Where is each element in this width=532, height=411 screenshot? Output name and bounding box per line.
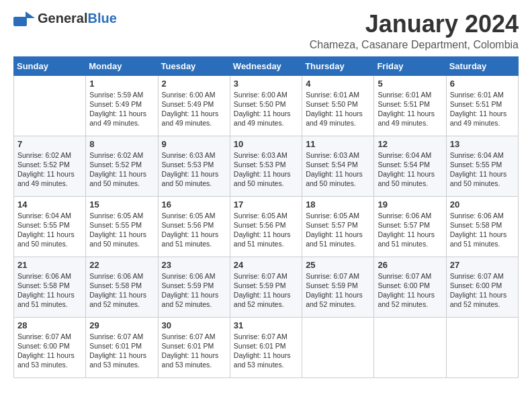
day-info: Sunrise: 6:01 AMSunset: 5:51 PMDaylight:… — [378, 90, 442, 128]
svg-rect-0 — [13, 17, 27, 26]
day-number: 21 — [17, 260, 82, 270]
day-info: Sunrise: 6:04 AMSunset: 5:55 PMDaylight:… — [17, 211, 82, 249]
calendar-cell — [14, 75, 86, 136]
day-info: Sunrise: 6:07 AMSunset: 5:59 PMDaylight:… — [306, 271, 370, 310]
day-number: 7 — [17, 139, 82, 149]
day-number: 3 — [234, 79, 298, 89]
day-number: 6 — [450, 79, 515, 89]
calendar-cell: 14Sunrise: 6:04 AMSunset: 5:55 PMDayligh… — [14, 196, 86, 257]
day-info: Sunrise: 6:03 AMSunset: 5:53 PMDaylight:… — [234, 150, 298, 189]
day-number: 24 — [234, 260, 298, 270]
day-number: 29 — [89, 320, 154, 330]
day-info: Sunrise: 6:04 AMSunset: 5:55 PMDaylight:… — [450, 150, 515, 189]
location-title: Chameza, Casanare Department, Colombia — [310, 39, 519, 51]
calendar-cell: 10Sunrise: 6:03 AMSunset: 5:53 PMDayligh… — [230, 136, 302, 196]
day-number: 20 — [450, 199, 515, 210]
calendar-cell — [374, 317, 446, 377]
logo-icon — [13, 11, 35, 26]
day-info: Sunrise: 6:07 AMSunset: 6:00 PMDaylight:… — [450, 271, 515, 310]
day-number: 26 — [378, 260, 442, 270]
day-number: 15 — [89, 199, 154, 210]
day-number: 23 — [162, 260, 226, 270]
day-number: 27 — [450, 260, 515, 270]
day-number: 13 — [450, 139, 515, 149]
calendar-cell: 7Sunrise: 6:02 AMSunset: 5:52 PMDaylight… — [14, 136, 86, 196]
calendar-cell — [446, 317, 518, 377]
day-number: 28 — [17, 320, 82, 330]
day-info: Sunrise: 6:02 AMSunset: 5:52 PMDaylight:… — [89, 150, 154, 189]
calendar-cell: 27Sunrise: 6:07 AMSunset: 6:00 PMDayligh… — [446, 257, 518, 317]
calendar-cell: 19Sunrise: 6:06 AMSunset: 5:57 PMDayligh… — [374, 196, 446, 257]
day-info: Sunrise: 6:06 AMSunset: 5:57 PMDaylight:… — [378, 211, 442, 249]
day-number: 9 — [162, 139, 226, 149]
calendar-cell: 15Sunrise: 6:05 AMSunset: 5:55 PMDayligh… — [86, 196, 158, 257]
day-number: 19 — [378, 199, 442, 210]
calendar-cell: 4Sunrise: 6:01 AMSunset: 5:50 PMDaylight… — [302, 75, 374, 136]
calendar-cell: 25Sunrise: 6:07 AMSunset: 5:59 PMDayligh… — [302, 257, 374, 317]
column-header-saturday: Saturday — [446, 56, 518, 75]
day-number: 11 — [306, 139, 370, 149]
day-info: Sunrise: 6:04 AMSunset: 5:54 PMDaylight:… — [378, 150, 442, 189]
logo: GeneralBlue — [13, 11, 117, 26]
calendar-cell: 3Sunrise: 6:00 AMSunset: 5:50 PMDaylight… — [230, 75, 302, 136]
day-info: Sunrise: 6:01 AMSunset: 5:51 PMDaylight:… — [450, 90, 515, 128]
column-header-friday: Friday — [374, 56, 446, 75]
calendar-cell: 22Sunrise: 6:06 AMSunset: 5:58 PMDayligh… — [86, 257, 158, 317]
column-header-tuesday: Tuesday — [158, 56, 230, 75]
title-section: January 2024 Chameza, Casanare Departmen… — [310, 11, 519, 51]
calendar-cell: 17Sunrise: 6:05 AMSunset: 5:56 PMDayligh… — [230, 196, 302, 257]
day-number: 18 — [306, 199, 370, 210]
day-number: 31 — [234, 320, 298, 330]
day-info: Sunrise: 6:07 AMSunset: 6:00 PMDaylight:… — [378, 271, 442, 310]
day-number: 2 — [162, 79, 226, 89]
day-info: Sunrise: 6:07 AMSunset: 5:59 PMDaylight:… — [234, 271, 298, 310]
day-number: 12 — [378, 139, 442, 149]
calendar-cell: 18Sunrise: 6:05 AMSunset: 5:57 PMDayligh… — [302, 196, 374, 257]
day-number: 1 — [89, 79, 154, 89]
day-info: Sunrise: 6:07 AMSunset: 6:01 PMDaylight:… — [162, 332, 226, 370]
calendar-cell: 28Sunrise: 6:07 AMSunset: 6:00 PMDayligh… — [14, 317, 86, 377]
calendar-cell: 31Sunrise: 6:07 AMSunset: 6:01 PMDayligh… — [230, 317, 302, 377]
calendar-cell: 30Sunrise: 6:07 AMSunset: 6:01 PMDayligh… — [158, 317, 230, 377]
day-info: Sunrise: 6:03 AMSunset: 5:54 PMDaylight:… — [306, 150, 370, 189]
day-info: Sunrise: 6:06 AMSunset: 5:58 PMDaylight:… — [89, 271, 154, 310]
day-number: 5 — [378, 79, 442, 89]
svg-marker-1 — [26, 11, 35, 18]
calendar-cell: 24Sunrise: 6:07 AMSunset: 5:59 PMDayligh… — [230, 257, 302, 317]
calendar-cell — [302, 317, 374, 377]
calendar-cell: 6Sunrise: 6:01 AMSunset: 5:51 PMDaylight… — [446, 75, 518, 136]
calendar-cell: 11Sunrise: 6:03 AMSunset: 5:54 PMDayligh… — [302, 136, 374, 196]
day-number: 14 — [17, 199, 82, 210]
month-title: January 2024 — [310, 11, 519, 38]
day-number: 4 — [306, 79, 370, 89]
calendar-cell: 1Sunrise: 5:59 AMSunset: 5:49 PMDaylight… — [86, 75, 158, 136]
day-info: Sunrise: 6:06 AMSunset: 5:58 PMDaylight:… — [450, 211, 515, 249]
day-info: Sunrise: 6:05 AMSunset: 5:56 PMDaylight:… — [234, 211, 298, 249]
column-header-sunday: Sunday — [14, 56, 86, 75]
day-info: Sunrise: 6:01 AMSunset: 5:50 PMDaylight:… — [306, 90, 370, 128]
calendar-cell: 5Sunrise: 6:01 AMSunset: 5:51 PMDaylight… — [374, 75, 446, 136]
day-info: Sunrise: 6:07 AMSunset: 6:01 PMDaylight:… — [89, 332, 154, 370]
day-number: 16 — [162, 199, 226, 210]
calendar-cell: 20Sunrise: 6:06 AMSunset: 5:58 PMDayligh… — [446, 196, 518, 257]
day-info: Sunrise: 6:06 AMSunset: 5:59 PMDaylight:… — [162, 271, 226, 310]
day-info: Sunrise: 6:05 AMSunset: 5:55 PMDaylight:… — [89, 211, 154, 249]
day-info: Sunrise: 5:59 AMSunset: 5:49 PMDaylight:… — [89, 90, 154, 128]
day-info: Sunrise: 6:00 AMSunset: 5:50 PMDaylight:… — [234, 90, 298, 128]
calendar-cell: 23Sunrise: 6:06 AMSunset: 5:59 PMDayligh… — [158, 257, 230, 317]
day-info: Sunrise: 6:05 AMSunset: 5:57 PMDaylight:… — [306, 211, 370, 249]
day-number: 17 — [234, 199, 298, 210]
calendar-cell: 8Sunrise: 6:02 AMSunset: 5:52 PMDaylight… — [86, 136, 158, 196]
column-header-thursday: Thursday — [302, 56, 374, 75]
calendar-table: SundayMondayTuesdayWednesdayThursdayFrid… — [13, 56, 519, 378]
day-number: 22 — [89, 260, 154, 270]
column-header-wednesday: Wednesday — [230, 56, 302, 75]
calendar-cell: 16Sunrise: 6:05 AMSunset: 5:56 PMDayligh… — [158, 196, 230, 257]
calendar-cell: 13Sunrise: 6:04 AMSunset: 5:55 PMDayligh… — [446, 136, 518, 196]
day-info: Sunrise: 6:03 AMSunset: 5:53 PMDaylight:… — [162, 150, 226, 189]
day-info: Sunrise: 6:02 AMSunset: 5:52 PMDaylight:… — [17, 150, 82, 189]
day-info: Sunrise: 6:07 AMSunset: 6:01 PMDaylight:… — [234, 332, 298, 370]
page-header: GeneralBlue January 2024 Chameza, Casana… — [13, 11, 519, 51]
calendar-cell: 12Sunrise: 6:04 AMSunset: 5:54 PMDayligh… — [374, 136, 446, 196]
day-info: Sunrise: 6:06 AMSunset: 5:58 PMDaylight:… — [17, 271, 82, 310]
